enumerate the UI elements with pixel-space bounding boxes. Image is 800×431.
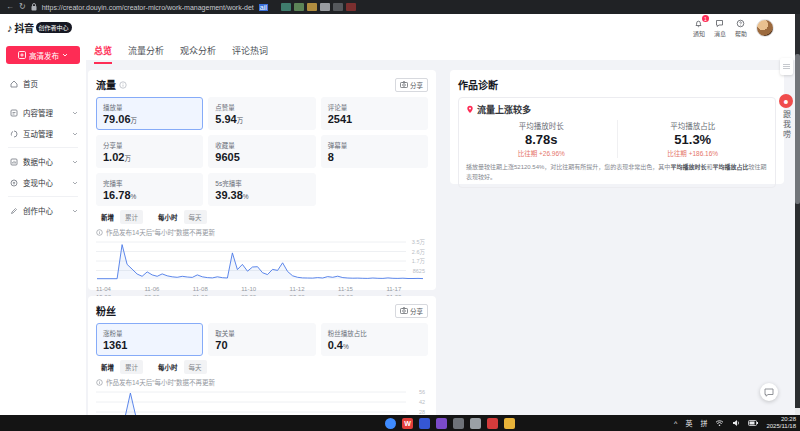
toggle-cumulative[interactable]: 累计 xyxy=(120,360,143,374)
chat-fab-button[interactable] xyxy=(760,383,778,401)
url-selected-text[interactable]: ail xyxy=(259,4,268,11)
creator-center-badge: 创作者中心 xyxy=(36,22,72,33)
messages-button[interactable]: 消息 xyxy=(714,19,726,38)
traffic-line-chart[interactable]: 3.5万2.6万1.7万8625 xyxy=(96,239,426,281)
tab-comment-keywords[interactable]: 评论热词 xyxy=(232,44,268,64)
stat-shares[interactable]: 分享量1.02万 xyxy=(96,135,203,168)
toggle-new[interactable]: 新增 xyxy=(96,360,119,374)
share-label: 分享 xyxy=(410,306,423,316)
svg-text:8625: 8625 xyxy=(413,268,425,274)
douyin-logo[interactable]: ♪ 抖音 创作者中心 xyxy=(0,14,86,35)
stat-comments[interactable]: 评论量2541 xyxy=(321,97,428,130)
help-button[interactable]: 帮助 xyxy=(735,19,747,38)
taskbar-app-app-red[interactable] xyxy=(487,418,498,429)
ime-mode-indicator[interactable]: 拼 xyxy=(700,418,707,428)
stat-completion-rate[interactable]: 完播率16.78% xyxy=(96,173,203,206)
tab-traffic-analysis[interactable]: 流量分析 xyxy=(128,44,164,64)
diagnosis-summary: 播放量较往期上涨52120.54%，对比往期有所提升，您的表现非常出色，其中平均… xyxy=(466,163,768,182)
notifications-label: 通知 xyxy=(693,29,705,38)
volume-icon[interactable] xyxy=(732,419,740,427)
browser-refresh-icon[interactable]: ↻ xyxy=(19,3,26,11)
extension-icon-5[interactable] xyxy=(333,3,343,11)
chevron-down-icon xyxy=(72,160,78,164)
toggle-daily[interactable]: 每天 xyxy=(184,210,207,224)
taskbar-app-app-purple[interactable] xyxy=(436,418,447,429)
taskbar-app-edge-browser[interactable] xyxy=(385,418,396,429)
toggle-hourly[interactable]: 每小时 xyxy=(153,360,183,374)
taskbar-app-app-blue[interactable] xyxy=(419,418,430,429)
chat-bubble-icon xyxy=(764,388,774,397)
sidebar-item-data-center[interactable]: 数据中心 xyxy=(0,151,86,172)
stat-danmu[interactable]: 弹幕量8 xyxy=(321,135,428,168)
scrollbar-thumb[interactable] xyxy=(795,54,800,204)
sidebar-item-creation-center[interactable]: 创作中心 xyxy=(0,200,86,221)
sidebar-item-content[interactable]: 内容管理 xyxy=(0,102,86,123)
info-icon xyxy=(96,229,103,236)
stat-5s-completion-rate[interactable]: 5s完播率39.38% xyxy=(208,173,315,206)
wifi-icon[interactable] xyxy=(715,419,724,427)
fans-share-button[interactable]: 分享 xyxy=(395,304,428,318)
logo-text: 抖音 xyxy=(15,20,34,35)
extension-icon-1[interactable] xyxy=(281,3,291,11)
svg-text:3.5万: 3.5万 xyxy=(412,239,426,246)
toggle-new[interactable]: 新增 xyxy=(96,210,119,224)
sidebar-item-home[interactable]: 首页 xyxy=(0,73,86,94)
taskbar-app-wps-office[interactable]: W xyxy=(402,418,413,429)
help-label: 帮助 xyxy=(735,29,747,38)
taskbar-app-file-explorer[interactable] xyxy=(504,418,515,429)
tray-chevron-icon[interactable]: ^ xyxy=(674,420,677,427)
battery-icon[interactable] xyxy=(748,420,758,426)
toggle-hourly[interactable]: 每小时 xyxy=(153,210,183,224)
toggle-daily[interactable]: 每天 xyxy=(184,360,207,374)
metric-avg-play-duration: 平均播放时长 8.78s 比往期 +26.96% xyxy=(466,120,617,158)
traffic-chart-toggles: 新增 累计 每小时 每天 xyxy=(96,210,428,224)
assistant-widget[interactable]: ☻ 跟我唠 xyxy=(778,94,794,140)
stat-unfollows[interactable]: 取关量70 xyxy=(208,323,315,356)
stat-plays[interactable]: 播放量79.06万 xyxy=(96,97,203,130)
taskbar-date: 2025/11/18 xyxy=(766,423,796,430)
scrollbar-down-arrow[interactable] xyxy=(795,408,800,415)
sidebar-item-label: 内容管理 xyxy=(23,107,67,118)
taskbar-app-remote-desktop[interactable] xyxy=(453,418,464,429)
pin-icon xyxy=(466,105,474,114)
url-text[interactable]: https://creator.douyin.com/creator-micro… xyxy=(42,4,254,11)
stat-fan-play-ratio[interactable]: 粉丝播放占比0.4% xyxy=(321,323,428,356)
feedback-mini-widget[interactable] xyxy=(780,58,793,75)
share-label: 分享 xyxy=(410,80,423,90)
sidebar: ♪ 抖音 创作者中心 高清发布 首页 内容管理 互动管理 xyxy=(0,14,86,415)
ime-language-indicator[interactable]: 英 xyxy=(685,418,692,428)
bar-chart-icon xyxy=(10,158,18,166)
sidebar-item-interaction[interactable]: 互动管理 xyxy=(0,123,86,144)
extension-icon-6[interactable] xyxy=(346,3,356,11)
extension-icon-4[interactable] xyxy=(320,3,330,11)
notifications-button[interactable]: 1 通知 xyxy=(693,19,705,38)
chevron-down-icon xyxy=(62,53,68,57)
extension-icon-3[interactable] xyxy=(307,3,317,11)
diagnosis-card-title: 作品诊断 xyxy=(458,77,498,92)
publish-button-label: 高清发布 xyxy=(29,50,59,61)
publish-button[interactable]: 高清发布 xyxy=(6,46,80,64)
taskbar-app-app-gray-small[interactable] xyxy=(470,418,481,429)
toggle-cumulative[interactable]: 累计 xyxy=(120,210,143,224)
extension-icon-2[interactable] xyxy=(294,3,304,11)
stat-favorites[interactable]: 收藏量9605 xyxy=(208,135,315,168)
stat-likes[interactable]: 点赞量5.94万 xyxy=(208,97,315,130)
user-avatar[interactable] xyxy=(756,19,774,37)
traffic-stats-grid: 播放量79.06万 点赞量5.94万 评论量2541 分享量1.02万 收藏量9… xyxy=(96,97,428,206)
browser-back-icon[interactable]: ← xyxy=(6,3,14,11)
tab-overview[interactable]: 总览 xyxy=(94,44,112,64)
fans-stats-grid: 涨粉量1361 取关量70 粉丝播放占比0.4% xyxy=(96,323,428,356)
sidebar-item-monetization[interactable]: 变现中心 xyxy=(0,172,86,193)
page-scrollbar[interactable] xyxy=(795,14,800,415)
traffic-share-button[interactable]: 分享 xyxy=(395,78,428,92)
chevron-down-icon xyxy=(72,111,78,115)
tab-audience-analysis[interactable]: 观众分析 xyxy=(180,44,216,64)
fans-card: 粉丝 分享 涨粉量1361 取关量70 粉丝播放占比0.4% 新增 累计 每小时… xyxy=(88,296,436,415)
douyin-note-icon: ♪ xyxy=(7,22,13,34)
taskbar-tray: ^ 英 拼 20:28 2025/11/18 xyxy=(674,416,796,430)
stat-new-followers[interactable]: 涨粉量1361 xyxy=(96,323,203,356)
taskbar-clock[interactable]: 20:28 2025/11/18 xyxy=(766,416,796,430)
sidebar-item-label: 变现中心 xyxy=(23,177,67,188)
hourly-data-note: 作品发布14天后“每小时”数据不再更新 xyxy=(106,377,215,387)
fans-line-chart[interactable]: 56422814 xyxy=(96,389,426,415)
